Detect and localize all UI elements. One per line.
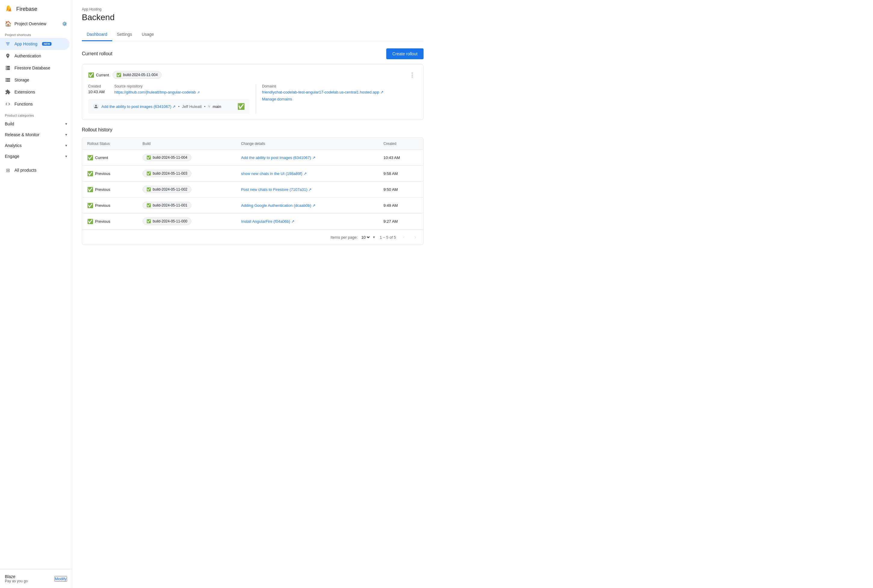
analytics-label: Analytics [5, 143, 22, 148]
items-per-page-select[interactable]: 10 25 50 [360, 235, 371, 240]
authentication-label: Authentication [14, 54, 41, 58]
cell-status-4: ✅ Previous [83, 213, 138, 230]
change-link-1[interactable]: show new chats in the UI (198a89f) ↗ [241, 171, 307, 176]
change-link-3[interactable]: Adding Google Authentication (dcaab0b) ↗ [241, 203, 316, 208]
rollout-status-4: ✅ Previous [87, 219, 133, 224]
col-created: Created [379, 138, 423, 150]
create-rollout-button[interactable]: Create rollout [386, 48, 424, 59]
commit-link[interactable]: Add the ability to post images (6341067)… [101, 104, 176, 109]
sidebar-item-extensions[interactable]: Extensions [0, 86, 69, 98]
main-content-area: App Hosting Backend Dashboard Settings U… [72, 0, 873, 588]
table-row: ✅ Current ✅ build-2024-05-11-004 Add the… [83, 150, 423, 166]
table-build-badge-1: ✅ build-2024-05-11-003 [143, 170, 191, 177]
engage-label: Engage [5, 154, 19, 159]
row-check-icon-2: ✅ [87, 187, 93, 192]
engage-chevron-icon: ▾ [65, 154, 67, 158]
domain-link[interactable]: friendlychat-codelab-test-angular17-code… [262, 90, 383, 94]
col-rollout-status: Rollout Status [83, 138, 138, 150]
current-rollout-card: ✅ Current ✅ build-2024-05-11-004 ⋮ Creat… [82, 64, 424, 120]
rollout-history-container: Rollout Status Build Change details Crea… [82, 137, 424, 245]
sidebar-footer: Blaze Pay as you go Modify [0, 569, 72, 588]
current-status-label: Current [96, 73, 109, 77]
change-link-4[interactable]: Install AngularFire (f04a06b) ↗ [241, 219, 295, 224]
created-value: 10:43 AM [88, 90, 105, 94]
items-per-page-section: Items per page: 10 25 50 ▾ [331, 235, 375, 240]
commit-separator2: • [204, 104, 206, 109]
breadcrumb: App Hosting [82, 7, 424, 11]
cell-status-2: ✅ Previous [83, 182, 138, 198]
sidebar-item-app-hosting[interactable]: App Hosting NEW [0, 38, 69, 50]
tab-settings[interactable]: Settings [112, 28, 137, 41]
table-build-id-0: build-2024-05-11-004 [153, 155, 188, 160]
sidebar-item-storage[interactable]: Storage [0, 74, 69, 86]
cell-status-3: ✅ Previous [83, 198, 138, 213]
commit-message: Add the ability to post images (6341067)… [101, 104, 176, 109]
cell-created-0: 10:43 AM [379, 150, 423, 166]
tab-dashboard[interactable]: Dashboard [82, 28, 112, 41]
cell-build-1: ✅ build-2024-05-11-003 [138, 166, 236, 182]
col-build: Build [138, 138, 236, 150]
row-check-icon-4: ✅ [87, 219, 93, 224]
category-release-monitor[interactable]: Release & Monitor ▾ [0, 129, 72, 140]
commit-row: Add the ability to post images (6341067)… [88, 99, 250, 114]
storage-label: Storage [14, 78, 29, 82]
table-build-check-0: ✅ [147, 155, 151, 160]
created-label: Created [88, 84, 105, 88]
row-status-label-0: Current [95, 155, 108, 160]
tab-usage[interactable]: Usage [137, 28, 159, 41]
firebase-logo-icon [5, 5, 13, 13]
pagination-info: 1 – 5 of 5 [380, 235, 396, 240]
cell-change-1: show new chats in the UI (198a89f) ↗ [236, 166, 379, 182]
card-right-section: Domains friendlychat-codelab-test-angula… [256, 84, 417, 114]
sidebar-item-authentication[interactable]: Authentication [0, 50, 69, 62]
cell-change-4: Install AngularFire (f04a06b) ↗ [236, 213, 379, 230]
functions-icon [5, 101, 11, 107]
sidebar-item-firestore[interactable]: Firestore Database [0, 62, 69, 74]
table-head: Rollout Status Build Change details Crea… [83, 138, 423, 150]
table-build-id-2: build-2024-05-11-002 [153, 187, 188, 192]
next-page-button[interactable]: › [412, 233, 418, 241]
sidebar-item-all-products[interactable]: ⊞ All products [0, 164, 69, 176]
domain-ext-icon: ↗ [380, 90, 383, 94]
table-build-badge-2: ✅ build-2024-05-11-002 [143, 186, 191, 193]
current-build-badge: ✅ build-2024-05-11-004 [113, 71, 162, 79]
table-build-id-3: build-2024-05-11-001 [153, 203, 188, 207]
sidebar: Firebase 🏠 Project Overview ⚙️ Project s… [0, 0, 72, 588]
category-build[interactable]: Build ▾ [0, 118, 72, 129]
branch-icon: ⑂ [208, 104, 210, 109]
commit-author: Jeff Huleatt [182, 104, 202, 109]
build-label: Build [5, 122, 14, 126]
source-repo-link[interactable]: https://github.com/jhuleatt/tmp-angular-… [114, 90, 200, 94]
domains-label: Domains [262, 84, 417, 88]
prev-page-button[interactable]: ‹ [401, 233, 407, 241]
category-engage[interactable]: Engage ▾ [0, 151, 72, 162]
cell-created-3: 9:49 AM [379, 198, 423, 213]
cell-build-0: ✅ build-2024-05-11-004 [138, 150, 236, 166]
home-icon: 🏠 [5, 21, 11, 27]
change-link-2[interactable]: Post new chats to Firestore (7107a31) ↗ [241, 187, 312, 192]
plan-info: Blaze Pay as you go [5, 574, 28, 583]
more-options-button[interactable]: ⋮ [407, 70, 417, 80]
table-header-row: Rollout Status Build Change details Crea… [83, 138, 423, 150]
sidebar-item-functions[interactable]: Functions [0, 98, 69, 110]
change-link-0[interactable]: Add the ability to post images (6341067)… [241, 155, 315, 160]
manage-domains-link[interactable]: Manage domains [262, 97, 417, 101]
tabs-container: Dashboard Settings Usage [82, 28, 424, 41]
cell-change-2: Post new chats to Firestore (7107a31) ↗ [236, 182, 379, 198]
table-row: ✅ Previous ✅ build-2024-05-11-000 Instal… [83, 213, 423, 230]
row-status-label-4: Previous [95, 219, 110, 224]
new-badge: NEW [42, 42, 51, 46]
category-analytics[interactable]: Analytics ▾ [0, 140, 72, 151]
cell-build-4: ✅ build-2024-05-11-000 [138, 213, 236, 230]
settings-icon[interactable]: ⚙️ [62, 21, 67, 26]
cell-build-2: ✅ build-2024-05-11-002 [138, 182, 236, 198]
release-monitor-chevron-icon: ▾ [65, 133, 67, 137]
build-chevron-icon: ▾ [65, 122, 67, 126]
cell-build-3: ✅ build-2024-05-11-001 [138, 198, 236, 213]
table-row: ✅ Previous ✅ build-2024-05-11-003 show n… [83, 166, 423, 182]
project-overview-row[interactable]: 🏠 Project Overview ⚙️ [0, 18, 72, 30]
table-body: ✅ Current ✅ build-2024-05-11-004 Add the… [83, 150, 423, 230]
firestore-label: Firestore Database [14, 66, 50, 70]
row-check-icon-1: ✅ [87, 171, 93, 177]
modify-button[interactable]: Modify [54, 576, 67, 582]
